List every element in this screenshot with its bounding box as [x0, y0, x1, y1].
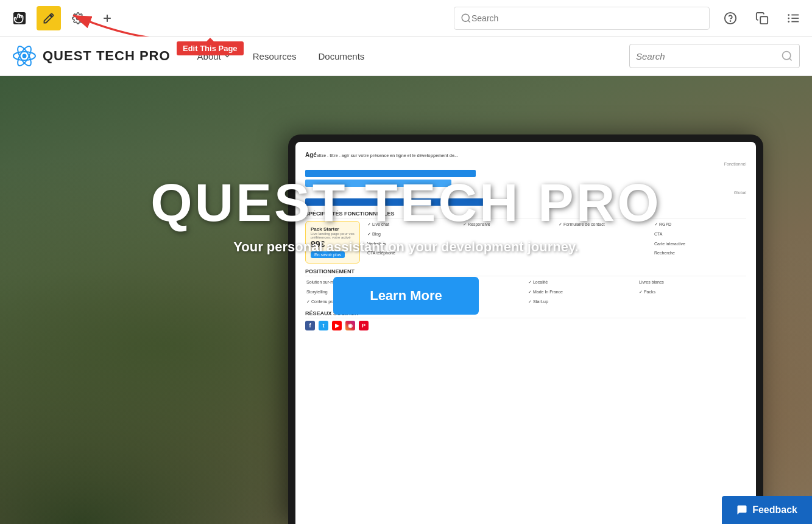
youtube-icon: ▶	[332, 321, 342, 330]
svg-point-16	[23, 54, 27, 58]
hand-tool-button[interactable]	[7, 6, 32, 30]
settings-button[interactable]	[66, 6, 90, 30]
chart-label-fonctionnel: Fonctionnel	[305, 162, 746, 166]
hero-subtitle: Your personal assistant on your developm…	[150, 239, 661, 255]
nav-documents[interactable]: Documents	[309, 47, 373, 65]
help-icon	[724, 12, 737, 25]
svg-point-5	[462, 14, 469, 21]
hero-content: QUEST TECH PRO Your personal assistant o…	[150, 176, 661, 315]
pinterest-icon: P	[359, 321, 369, 330]
learn-more-button[interactable]: Learn More	[333, 277, 479, 315]
nav-search-icon	[781, 50, 793, 62]
hero-title: QUEST TECH PRO	[150, 176, 661, 229]
twitter-icon: t	[319, 321, 328, 330]
feedback-icon	[736, 505, 747, 515]
filter-button[interactable]	[783, 7, 805, 29]
filter-icon	[787, 12, 800, 25]
nav-resources[interactable]: Resources	[244, 47, 305, 65]
edit-tooltip: Edit This Page	[177, 41, 244, 55]
feature-rgpd: RGPD	[653, 221, 746, 228]
toolbar-right	[454, 7, 805, 30]
copy-button[interactable]	[751, 7, 773, 29]
svg-line-6	[468, 20, 470, 22]
nav-search-box[interactable]	[629, 44, 800, 68]
nav-search-input[interactable]	[636, 51, 781, 61]
svg-point-20	[783, 52, 791, 60]
svg-point-1	[77, 16, 80, 19]
feature-carte: Carte interactive	[653, 240, 746, 247]
help-button[interactable]	[719, 7, 741, 29]
logo-text: QUEST TECH PRO	[43, 48, 171, 64]
feedback-button[interactable]: Feedback	[722, 496, 812, 524]
svg-line-21	[789, 58, 792, 61]
nav-links: About Resources Documents	[189, 47, 629, 65]
hero-section: Agéalize - titre - agir sur votre présen…	[0, 76, 812, 524]
toolbar	[0, 0, 812, 37]
edit-tool-button[interactable]	[37, 6, 61, 30]
copy-icon	[755, 12, 769, 25]
search-icon	[461, 13, 471, 24]
toolbar-search-input[interactable]	[471, 13, 703, 23]
nav-logo[interactable]: QUEST TECH PRO	[12, 44, 171, 68]
toolbar-search-box[interactable]	[454, 7, 710, 30]
feature-recherche: Recherche	[653, 250, 746, 256]
feature-cta: CTA	[653, 231, 746, 238]
social-icons: f t ▶ ◉ P	[305, 321, 746, 330]
svg-rect-9	[760, 16, 768, 24]
facebook-icon: f	[305, 321, 315, 330]
add-button[interactable]	[95, 6, 119, 30]
logo-icon	[12, 44, 37, 68]
toolbar-left	[7, 6, 119, 30]
instagram-icon: ◉	[345, 321, 355, 330]
navbar: QUEST TECH PRO About Resources Documents	[0, 37, 812, 76]
